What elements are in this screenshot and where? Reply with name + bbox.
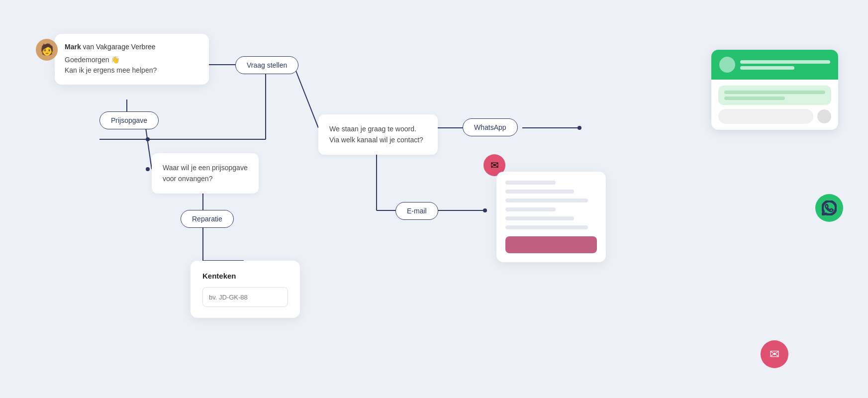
- wa-status-line: [740, 66, 794, 70]
- email-float-icon: ✉: [761, 340, 788, 368]
- email-form-card: [496, 172, 606, 262]
- email-form-line-5: [505, 216, 574, 220]
- form-title: Kenteken: [202, 272, 288, 280]
- prijsopgave-node[interactable]: Prijsopgave: [99, 111, 159, 129]
- svg-line-1: [293, 65, 318, 128]
- wa-input-box[interactable]: [718, 109, 813, 124]
- wa-lines: [740, 60, 830, 70]
- wa-input-row[interactable]: [718, 109, 831, 124]
- whatsapp-float-icon: [815, 194, 843, 222]
- wa-bubble-1: [718, 86, 831, 105]
- wa-bubble-line-1: [724, 91, 825, 94]
- kenteken-form: Kenteken ›: [191, 261, 300, 318]
- wa-header: [711, 50, 838, 80]
- email-form-submit-bar: [505, 236, 597, 253]
- wa-avatar: [719, 57, 735, 73]
- kenteken-input[interactable]: [203, 289, 288, 306]
- wa-name-line: [740, 60, 830, 64]
- avatar: 🧑: [36, 39, 58, 61]
- email-form-line-4: [505, 207, 556, 211]
- message: Goedemorgen 👋 Kan ik je ergens mee helpe…: [65, 55, 199, 76]
- email-form-line-6: [505, 225, 588, 229]
- kenteken-input-row[interactable]: ›: [202, 287, 288, 307]
- price-question-box: Waar wil je een prijsopgave voor onvange…: [152, 153, 259, 194]
- vraag-stellen-node[interactable]: Vraag stellen: [235, 56, 298, 74]
- svg-point-17: [146, 137, 150, 141]
- wa-body: [711, 80, 838, 130]
- email-form-line-2: [505, 190, 574, 194]
- email-node[interactable]: E-mail: [395, 202, 438, 220]
- svg-point-11: [578, 126, 581, 130]
- chat-card: 🧑 Mark van Vakgarage Verbree Goedemorgen…: [55, 34, 209, 85]
- channel-question-box: We staan je graag te woord. Via welk kan…: [318, 114, 438, 155]
- reparatie-node[interactable]: Reparatie: [181, 210, 234, 228]
- svg-point-16: [146, 167, 150, 171]
- wa-bubble-line-2: [724, 97, 785, 100]
- email-form-line-3: [505, 199, 588, 202]
- whatsapp-node[interactable]: WhatsApp: [463, 118, 518, 136]
- svg-point-15: [483, 208, 487, 212]
- email-form-line-1: [505, 181, 556, 185]
- sender: Mark van Vakgarage Verbree: [65, 43, 199, 51]
- wa-send-button[interactable]: [817, 109, 831, 123]
- whatsapp-preview-card: [711, 50, 838, 130]
